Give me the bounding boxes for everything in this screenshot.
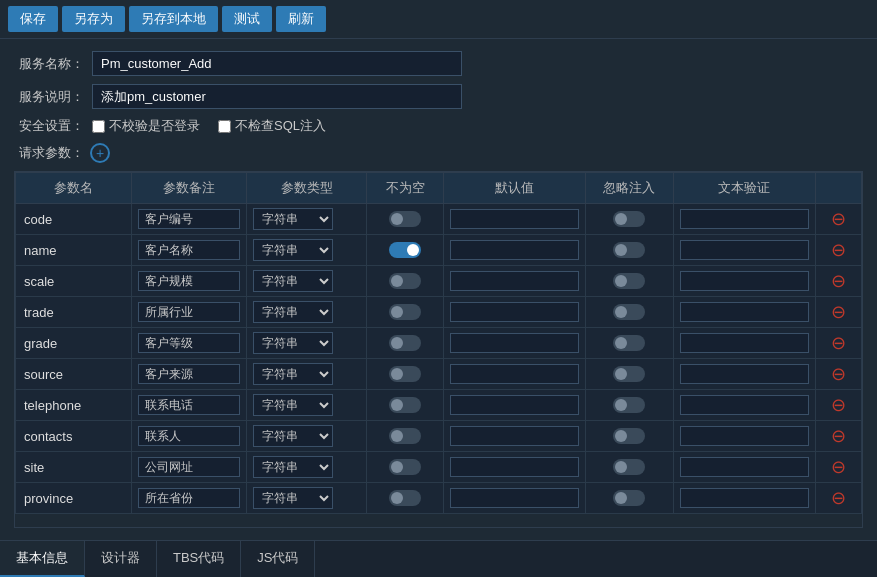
- param-validate-input-3[interactable]: [680, 302, 808, 322]
- param-type-select-3[interactable]: 字符串整型浮点型布尔型日期: [253, 301, 333, 323]
- param-default-input-1[interactable]: [450, 240, 578, 260]
- delete-param-button-6[interactable]: ⊖: [827, 396, 850, 414]
- delete-param-button-5[interactable]: ⊖: [827, 365, 850, 383]
- bottom-tab-3[interactable]: JS代码: [241, 541, 315, 577]
- bottom-tab-0[interactable]: 基本信息: [0, 541, 85, 577]
- delete-param-button-1[interactable]: ⊖: [827, 241, 850, 259]
- bottom-tab-2[interactable]: TBS代码: [157, 541, 241, 577]
- param-ignore-toggle-5[interactable]: [613, 366, 645, 382]
- param-remark-input-5[interactable]: [138, 364, 241, 384]
- param-validate-input-8[interactable]: [680, 457, 808, 477]
- param-type-select-6[interactable]: 字符串整型浮点型布尔型日期: [253, 394, 333, 416]
- delete-param-button-8[interactable]: ⊖: [827, 458, 850, 476]
- param-type-select-9[interactable]: 字符串整型浮点型布尔型日期: [253, 487, 333, 509]
- bottom-tabs: 基本信息设计器TBS代码JS代码: [0, 540, 877, 577]
- add-param-button[interactable]: +: [90, 143, 110, 163]
- param-remark-input-4[interactable]: [138, 333, 241, 353]
- param-validate-input-1[interactable]: [680, 240, 808, 260]
- toolbar-btn-刷新[interactable]: 刷新: [276, 6, 326, 32]
- params-table-container: 参数名参数备注参数类型不为空默认值忽略注入文本验证 code字符串整型浮点型布尔…: [14, 171, 863, 528]
- delete-param-button-4[interactable]: ⊖: [827, 334, 850, 352]
- params-table: 参数名参数备注参数类型不为空默认值忽略注入文本验证 code字符串整型浮点型布尔…: [15, 172, 862, 514]
- param-remark-input-8[interactable]: [138, 457, 241, 477]
- param-validate-input-9[interactable]: [680, 488, 808, 508]
- toolbar-btn-保存[interactable]: 保存: [8, 6, 58, 32]
- security-opt1-label[interactable]: 不校验是否登录: [92, 117, 200, 135]
- param-validate-input-2[interactable]: [680, 271, 808, 291]
- param-default-input-2[interactable]: [450, 271, 578, 291]
- param-remark-input-9[interactable]: [138, 488, 241, 508]
- param-name-1: name: [16, 235, 132, 266]
- param-validate-input-5[interactable]: [680, 364, 808, 384]
- delete-param-button-2[interactable]: ⊖: [827, 272, 850, 290]
- param-default-input-5[interactable]: [450, 364, 578, 384]
- col-header-2: 参数类型: [247, 173, 367, 204]
- param-ignore-toggle-9[interactable]: [613, 490, 645, 506]
- param-ignore-toggle-2[interactable]: [613, 273, 645, 289]
- param-not-null-toggle-1[interactable]: [389, 242, 421, 258]
- param-ignore-toggle-7[interactable]: [613, 428, 645, 444]
- param-remark-input-2[interactable]: [138, 271, 241, 291]
- param-validate-input-0[interactable]: [680, 209, 808, 229]
- col-header-6: 文本验证: [674, 173, 815, 204]
- param-default-input-7[interactable]: [450, 426, 578, 446]
- param-remark-input-0[interactable]: [138, 209, 241, 229]
- param-not-null-toggle-2[interactable]: [389, 273, 421, 289]
- delete-param-button-3[interactable]: ⊖: [827, 303, 850, 321]
- toolbar: 保存另存为另存到本地测试刷新: [0, 0, 877, 39]
- param-type-select-1[interactable]: 字符串整型浮点型布尔型日期: [253, 239, 333, 261]
- bottom-tab-1[interactable]: 设计器: [85, 541, 157, 577]
- param-not-null-toggle-5[interactable]: [389, 366, 421, 382]
- param-default-input-8[interactable]: [450, 457, 578, 477]
- param-type-select-8[interactable]: 字符串整型浮点型布尔型日期: [253, 456, 333, 478]
- param-not-null-toggle-7[interactable]: [389, 428, 421, 444]
- param-ignore-toggle-6[interactable]: [613, 397, 645, 413]
- service-desc-input[interactable]: [92, 84, 462, 109]
- param-ignore-toggle-0[interactable]: [613, 211, 645, 227]
- param-default-input-9[interactable]: [450, 488, 578, 508]
- col-header-5: 忽略注入: [585, 173, 674, 204]
- toolbar-btn-另存为[interactable]: 另存为: [62, 6, 125, 32]
- param-remark-input-7[interactable]: [138, 426, 241, 446]
- service-name-input[interactable]: [92, 51, 462, 76]
- delete-param-button-7[interactable]: ⊖: [827, 427, 850, 445]
- param-not-null-toggle-0[interactable]: [389, 211, 421, 227]
- toolbar-btn-测试[interactable]: 测试: [222, 6, 272, 32]
- param-type-select-0[interactable]: 字符串整型浮点型布尔型日期: [253, 208, 333, 230]
- security-opt2-checkbox[interactable]: [218, 120, 231, 133]
- param-default-input-4[interactable]: [450, 333, 578, 353]
- param-not-null-toggle-3[interactable]: [389, 304, 421, 320]
- param-ignore-toggle-1[interactable]: [613, 242, 645, 258]
- param-not-null-toggle-9[interactable]: [389, 490, 421, 506]
- security-opt1-checkbox[interactable]: [92, 120, 105, 133]
- delete-param-button-9[interactable]: ⊖: [827, 489, 850, 507]
- param-default-input-6[interactable]: [450, 395, 578, 415]
- param-ignore-toggle-3[interactable]: [613, 304, 645, 320]
- security-opt2-label[interactable]: 不检查SQL注入: [218, 117, 326, 135]
- delete-param-button-0[interactable]: ⊖: [827, 210, 850, 228]
- param-type-select-5[interactable]: 字符串整型浮点型布尔型日期: [253, 363, 333, 385]
- param-type-select-2[interactable]: 字符串整型浮点型布尔型日期: [253, 270, 333, 292]
- param-remark-input-3[interactable]: [138, 302, 241, 322]
- param-default-input-0[interactable]: [450, 209, 578, 229]
- param-ignore-toggle-8[interactable]: [613, 459, 645, 475]
- table-row: site字符串整型浮点型布尔型日期⊖: [16, 452, 862, 483]
- param-name-5: source: [16, 359, 132, 390]
- param-type-select-7[interactable]: 字符串整型浮点型布尔型日期: [253, 425, 333, 447]
- col-header-7: [815, 173, 861, 204]
- param-validate-input-6[interactable]: [680, 395, 808, 415]
- param-remark-input-1[interactable]: [138, 240, 241, 260]
- param-ignore-toggle-4[interactable]: [613, 335, 645, 351]
- param-validate-input-7[interactable]: [680, 426, 808, 446]
- toolbar-btn-另存到本地[interactable]: 另存到本地: [129, 6, 218, 32]
- param-validate-input-4[interactable]: [680, 333, 808, 353]
- param-not-null-toggle-8[interactable]: [389, 459, 421, 475]
- table-row: trade字符串整型浮点型布尔型日期⊖: [16, 297, 862, 328]
- param-not-null-toggle-6[interactable]: [389, 397, 421, 413]
- param-type-select-4[interactable]: 字符串整型浮点型布尔型日期: [253, 332, 333, 354]
- param-default-input-3[interactable]: [450, 302, 578, 322]
- table-row: scale字符串整型浮点型布尔型日期⊖: [16, 266, 862, 297]
- param-not-null-toggle-4[interactable]: [389, 335, 421, 351]
- param-remark-input-6[interactable]: [138, 395, 241, 415]
- table-row: code字符串整型浮点型布尔型日期⊖: [16, 204, 862, 235]
